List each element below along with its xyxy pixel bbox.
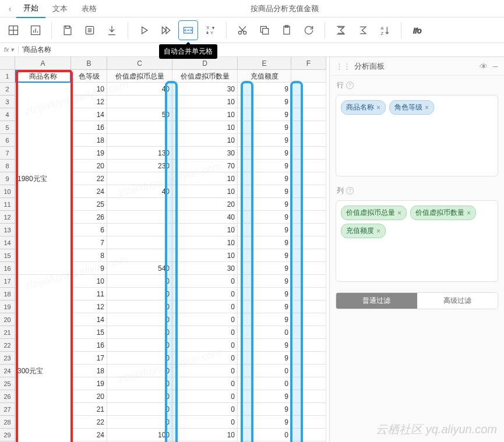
cell[interactable]: 0 — [107, 300, 172, 313]
cell[interactable]: 0 — [172, 339, 238, 352]
cell[interactable]: 9 — [238, 300, 291, 313]
cell[interactable]: 18 — [71, 134, 107, 147]
cell[interactable]: 0 — [107, 365, 172, 377]
cell[interactable]: 0 — [107, 326, 172, 339]
fx-label[interactable]: fx ▾ — [0, 46, 19, 54]
cell[interactable] — [291, 224, 326, 236]
cell[interactable] — [291, 83, 326, 96]
cell[interactable] — [291, 160, 326, 172]
row-header[interactable]: 29 — [0, 429, 15, 441]
cell[interactable] — [291, 185, 326, 198]
cell[interactable] — [291, 365, 326, 377]
row-header[interactable]: 24 — [0, 365, 15, 377]
cell[interactable]: 11 — [71, 288, 107, 300]
cell[interactable] — [107, 211, 172, 224]
cell[interactable]: 20 — [71, 160, 107, 172]
cell[interactable] — [107, 224, 172, 236]
spreadsheet[interactable]: zlzijiafuyu@aliyun.com zlzijiafuyu@aliyu… — [0, 57, 329, 442]
row-header[interactable]: 13 — [0, 224, 15, 236]
cell[interactable]: 9 — [238, 403, 291, 416]
row-header[interactable]: 5 — [0, 121, 15, 134]
cell[interactable]: 14 — [71, 313, 107, 326]
col-header[interactable]: B — [71, 57, 107, 70]
row-header[interactable]: 4 — [0, 108, 15, 121]
help-icon[interactable]: ? — [346, 187, 354, 195]
header-cell[interactable]: 充值额度 — [238, 70, 291, 83]
cell[interactable]: 9 — [238, 224, 291, 236]
merged-cell[interactable]: 1980元宝 — [15, 83, 71, 275]
cell[interactable]: 9 — [238, 108, 291, 121]
cell[interactable]: 9 — [238, 96, 291, 108]
cell[interactable]: 8 — [71, 249, 107, 262]
cell[interactable] — [291, 211, 326, 224]
cell[interactable]: 0 — [172, 416, 238, 429]
tab-text[interactable]: 文本 — [45, 0, 75, 17]
cell[interactable]: 30 — [172, 262, 238, 275]
cell[interactable] — [107, 249, 172, 262]
cell[interactable]: 12 — [71, 96, 107, 108]
cell[interactable]: 540 — [107, 262, 172, 275]
cell[interactable]: 9 — [238, 147, 291, 160]
merged-cell[interactable]: 300元宝 — [15, 275, 71, 442]
remove-icon[interactable]: × — [376, 104, 380, 112]
cell[interactable]: 0 — [107, 339, 172, 352]
cell[interactable] — [107, 236, 172, 249]
cell[interactable]: 10 — [71, 83, 107, 96]
cell[interactable]: 22 — [71, 416, 107, 429]
row-header[interactable]: 10 — [0, 185, 15, 198]
cell[interactable]: 130 — [107, 147, 172, 160]
row-header[interactable]: 23 — [0, 352, 15, 365]
cell[interactable]: 0 — [107, 352, 172, 365]
header-cell[interactable]: 价值虚拟币总量 — [107, 70, 172, 83]
grid-icon[interactable] — [3, 20, 23, 40]
cell[interactable] — [291, 172, 326, 185]
cell[interactable]: 6 — [71, 224, 107, 236]
row-header[interactable]: 25 — [0, 377, 15, 390]
cell[interactable]: 7 — [71, 236, 107, 249]
row-header[interactable]: 18 — [0, 288, 15, 300]
cell[interactable]: 9 — [238, 134, 291, 147]
cell[interactable]: 14 — [71, 108, 107, 121]
header-cell[interactable]: 色等级 — [71, 70, 107, 83]
cell[interactable]: 230 — [107, 160, 172, 172]
cell[interactable]: 0 — [107, 275, 172, 288]
cell[interactable]: 40 — [107, 83, 172, 96]
row-header[interactable]: 17 — [0, 275, 15, 288]
cell[interactable]: 9 — [238, 390, 291, 403]
cell[interactable]: 24 — [71, 185, 107, 198]
row-header[interactable]: 14 — [0, 236, 15, 249]
rows-dropzone[interactable]: 商品名称×角色等级× — [336, 95, 498, 176]
cell[interactable]: 18 — [71, 365, 107, 377]
cell[interactable]: 9 — [238, 121, 291, 134]
cell[interactable] — [291, 134, 326, 147]
cell[interactable] — [291, 249, 326, 262]
cell[interactable] — [291, 403, 326, 416]
remove-icon[interactable]: × — [467, 209, 471, 217]
row-header[interactable]: 16 — [0, 262, 15, 275]
refresh-icon[interactable] — [299, 20, 319, 40]
cell[interactable]: 0 — [107, 403, 172, 416]
cell[interactable]: 19 — [71, 147, 107, 160]
col-header[interactable]: D — [172, 57, 238, 70]
col-header[interactable]: E — [238, 57, 291, 70]
row-header[interactable]: 1 — [0, 70, 15, 83]
cell[interactable]: 0 — [107, 416, 172, 429]
cell[interactable]: 0 — [238, 365, 291, 377]
cell[interactable]: 12 — [71, 300, 107, 313]
fast-forward-icon[interactable] — [156, 20, 176, 40]
cell[interactable]: 100 — [107, 429, 172, 441]
cell[interactable] — [291, 326, 326, 339]
cell[interactable] — [291, 288, 326, 300]
visibility-icon[interactable]: 👁 — [480, 62, 488, 71]
cell[interactable]: 9 — [238, 172, 291, 185]
col-chip[interactable]: 价值虚拟币总量× — [341, 206, 407, 220]
cell[interactable]: 0 — [238, 326, 291, 339]
cell[interactable]: 9 — [238, 288, 291, 300]
row-header[interactable]: 8 — [0, 160, 15, 172]
filter-toggle[interactable]: 普通过滤 高级过滤 — [336, 292, 498, 309]
save-icon[interactable] — [58, 20, 77, 40]
cell[interactable]: 19 — [71, 377, 107, 390]
row-chip[interactable]: 角色等级× — [389, 100, 434, 115]
cell[interactable]: 26 — [71, 211, 107, 224]
cell[interactable]: 9 — [238, 198, 291, 211]
